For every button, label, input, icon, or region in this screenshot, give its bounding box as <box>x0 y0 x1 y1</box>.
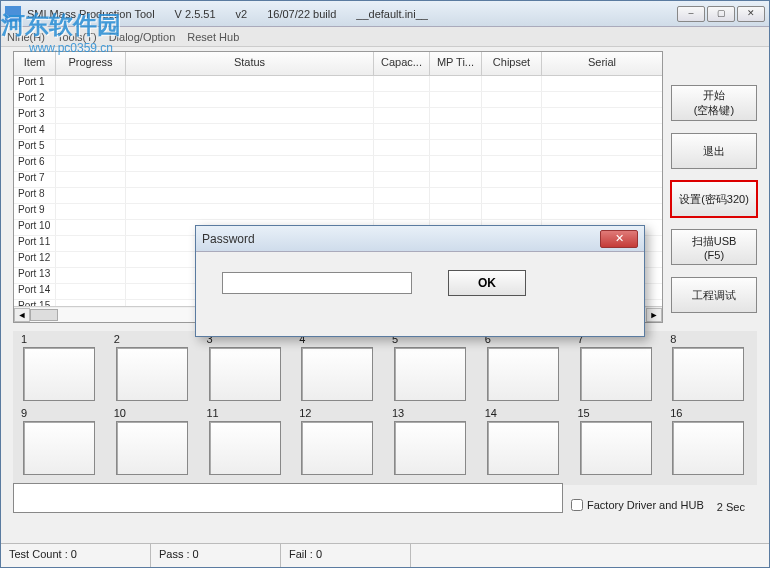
dialog-overlay: Password ✕ OK <box>1 1 769 567</box>
ok-button[interactable]: OK <box>448 270 526 296</box>
dialog-title-text: Password <box>202 232 255 246</box>
dialog-titlebar: Password ✕ <box>196 226 644 252</box>
password-input[interactable] <box>222 272 412 294</box>
password-dialog: Password ✕ OK <box>195 225 645 337</box>
dialog-close-button[interactable]: ✕ <box>600 230 638 248</box>
main-window: SMI Mass Production Tool V 2.5.51 v2 16/… <box>0 0 770 568</box>
